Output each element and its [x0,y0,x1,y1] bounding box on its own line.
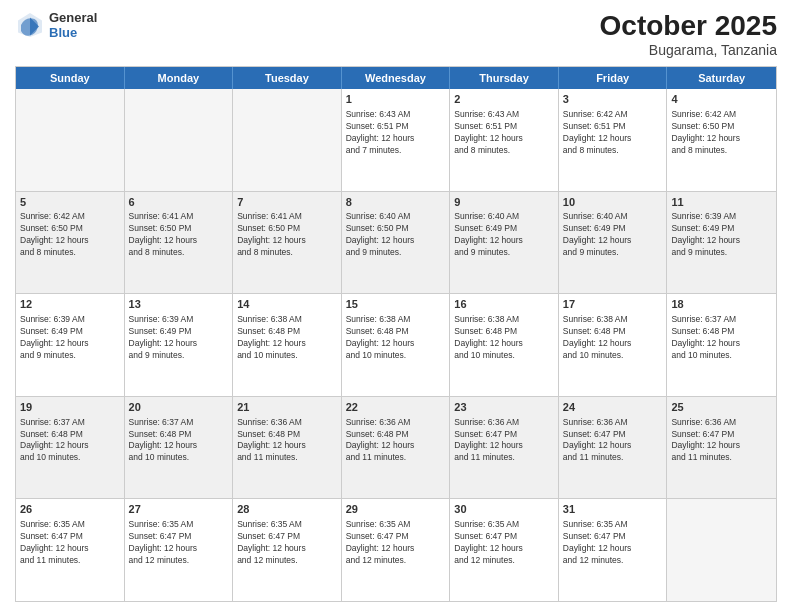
day-number: 15 [346,297,446,312]
day-number: 4 [671,92,772,107]
day-number: 12 [20,297,120,312]
cell-info: Sunrise: 6:39 AMSunset: 6:49 PMDaylight:… [20,314,120,362]
day-number: 18 [671,297,772,312]
cell-info: Sunrise: 6:35 AMSunset: 6:47 PMDaylight:… [346,519,446,567]
calendar-cell: 11Sunrise: 6:39 AMSunset: 6:49 PMDayligh… [667,192,776,294]
day-number: 13 [129,297,229,312]
day-number: 28 [237,502,337,517]
calendar-cell: 14Sunrise: 6:38 AMSunset: 6:48 PMDayligh… [233,294,342,396]
cell-info: Sunrise: 6:37 AMSunset: 6:48 PMDaylight:… [20,417,120,465]
calendar-row: 5Sunrise: 6:42 AMSunset: 6:50 PMDaylight… [16,192,776,295]
calendar-cell: 19Sunrise: 6:37 AMSunset: 6:48 PMDayligh… [16,397,125,499]
calendar-cell: 29Sunrise: 6:35 AMSunset: 6:47 PMDayligh… [342,499,451,601]
day-number: 8 [346,195,446,210]
calendar-cell: 4Sunrise: 6:42 AMSunset: 6:50 PMDaylight… [667,89,776,191]
calendar-cell [233,89,342,191]
day-number: 11 [671,195,772,210]
cell-info: Sunrise: 6:35 AMSunset: 6:47 PMDaylight:… [129,519,229,567]
calendar-cell: 23Sunrise: 6:36 AMSunset: 6:47 PMDayligh… [450,397,559,499]
cell-info: Sunrise: 6:42 AMSunset: 6:51 PMDaylight:… [563,109,663,157]
calendar-cell: 18Sunrise: 6:37 AMSunset: 6:48 PMDayligh… [667,294,776,396]
cell-info: Sunrise: 6:39 AMSunset: 6:49 PMDaylight:… [129,314,229,362]
calendar-cell: 15Sunrise: 6:38 AMSunset: 6:48 PMDayligh… [342,294,451,396]
day-number: 20 [129,400,229,415]
logo: General Blue [15,10,97,40]
logo-general: General [49,10,97,25]
cell-info: Sunrise: 6:40 AMSunset: 6:50 PMDaylight:… [346,211,446,259]
day-number: 2 [454,92,554,107]
cell-info: Sunrise: 6:37 AMSunset: 6:48 PMDaylight:… [129,417,229,465]
calendar-cell: 21Sunrise: 6:36 AMSunset: 6:48 PMDayligh… [233,397,342,499]
calendar-cell: 31Sunrise: 6:35 AMSunset: 6:47 PMDayligh… [559,499,668,601]
cell-info: Sunrise: 6:36 AMSunset: 6:47 PMDaylight:… [671,417,772,465]
day-number: 16 [454,297,554,312]
cell-info: Sunrise: 6:40 AMSunset: 6:49 PMDaylight:… [563,211,663,259]
day-number: 21 [237,400,337,415]
day-number: 17 [563,297,663,312]
calendar-cell: 2Sunrise: 6:43 AMSunset: 6:51 PMDaylight… [450,89,559,191]
day-number: 30 [454,502,554,517]
calendar-cell: 12Sunrise: 6:39 AMSunset: 6:49 PMDayligh… [16,294,125,396]
calendar-header-day: Saturday [667,67,776,89]
cell-info: Sunrise: 6:36 AMSunset: 6:47 PMDaylight:… [563,417,663,465]
page: General Blue October 2025 Bugarama, Tanz… [0,0,792,612]
calendar-cell: 25Sunrise: 6:36 AMSunset: 6:47 PMDayligh… [667,397,776,499]
day-number: 29 [346,502,446,517]
cell-info: Sunrise: 6:42 AMSunset: 6:50 PMDaylight:… [20,211,120,259]
calendar-cell: 1Sunrise: 6:43 AMSunset: 6:51 PMDaylight… [342,89,451,191]
cell-info: Sunrise: 6:39 AMSunset: 6:49 PMDaylight:… [671,211,772,259]
logo-blue: Blue [49,25,97,40]
calendar-cell: 26Sunrise: 6:35 AMSunset: 6:47 PMDayligh… [16,499,125,601]
day-number: 5 [20,195,120,210]
calendar-cell: 8Sunrise: 6:40 AMSunset: 6:50 PMDaylight… [342,192,451,294]
calendar-cell: 10Sunrise: 6:40 AMSunset: 6:49 PMDayligh… [559,192,668,294]
cell-info: Sunrise: 6:36 AMSunset: 6:48 PMDaylight:… [237,417,337,465]
calendar-body: 1Sunrise: 6:43 AMSunset: 6:51 PMDaylight… [16,89,776,601]
day-number: 24 [563,400,663,415]
calendar-cell [16,89,125,191]
day-number: 25 [671,400,772,415]
cell-info: Sunrise: 6:43 AMSunset: 6:51 PMDaylight:… [454,109,554,157]
day-number: 14 [237,297,337,312]
cell-info: Sunrise: 6:35 AMSunset: 6:47 PMDaylight:… [563,519,663,567]
day-number: 22 [346,400,446,415]
day-number: 10 [563,195,663,210]
cell-info: Sunrise: 6:38 AMSunset: 6:48 PMDaylight:… [563,314,663,362]
calendar-row: 1Sunrise: 6:43 AMSunset: 6:51 PMDaylight… [16,89,776,192]
day-number: 23 [454,400,554,415]
calendar-header-day: Wednesday [342,67,451,89]
calendar-cell: 27Sunrise: 6:35 AMSunset: 6:47 PMDayligh… [125,499,234,601]
calendar: SundayMondayTuesdayWednesdayThursdayFrid… [15,66,777,602]
cell-info: Sunrise: 6:35 AMSunset: 6:47 PMDaylight:… [20,519,120,567]
header: General Blue October 2025 Bugarama, Tanz… [15,10,777,58]
calendar-header-day: Monday [125,67,234,89]
calendar-cell: 13Sunrise: 6:39 AMSunset: 6:49 PMDayligh… [125,294,234,396]
cell-info: Sunrise: 6:41 AMSunset: 6:50 PMDaylight:… [129,211,229,259]
calendar-row: 19Sunrise: 6:37 AMSunset: 6:48 PMDayligh… [16,397,776,500]
day-number: 6 [129,195,229,210]
day-number: 7 [237,195,337,210]
calendar-cell: 9Sunrise: 6:40 AMSunset: 6:49 PMDaylight… [450,192,559,294]
cell-info: Sunrise: 6:38 AMSunset: 6:48 PMDaylight:… [237,314,337,362]
calendar-row: 12Sunrise: 6:39 AMSunset: 6:49 PMDayligh… [16,294,776,397]
calendar-header-day: Friday [559,67,668,89]
title-block: October 2025 Bugarama, Tanzania [600,10,777,58]
calendar-header-day: Tuesday [233,67,342,89]
calendar-cell: 7Sunrise: 6:41 AMSunset: 6:50 PMDaylight… [233,192,342,294]
calendar-cell: 30Sunrise: 6:35 AMSunset: 6:47 PMDayligh… [450,499,559,601]
calendar-cell: 28Sunrise: 6:35 AMSunset: 6:47 PMDayligh… [233,499,342,601]
cell-info: Sunrise: 6:43 AMSunset: 6:51 PMDaylight:… [346,109,446,157]
calendar-header-day: Sunday [16,67,125,89]
cell-info: Sunrise: 6:42 AMSunset: 6:50 PMDaylight:… [671,109,772,157]
calendar-cell [667,499,776,601]
cell-info: Sunrise: 6:36 AMSunset: 6:47 PMDaylight:… [454,417,554,465]
logo-text: General Blue [49,10,97,40]
cell-info: Sunrise: 6:41 AMSunset: 6:50 PMDaylight:… [237,211,337,259]
calendar-header-day: Thursday [450,67,559,89]
day-number: 27 [129,502,229,517]
cell-info: Sunrise: 6:35 AMSunset: 6:47 PMDaylight:… [454,519,554,567]
calendar-cell [125,89,234,191]
day-number: 9 [454,195,554,210]
cell-info: Sunrise: 6:36 AMSunset: 6:48 PMDaylight:… [346,417,446,465]
calendar-cell: 20Sunrise: 6:37 AMSunset: 6:48 PMDayligh… [125,397,234,499]
